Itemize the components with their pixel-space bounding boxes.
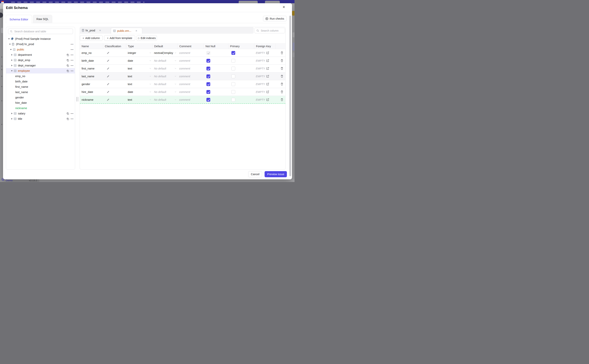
default-select[interactable]: nextval('employ: [152, 52, 177, 54]
editor-tab-public-employee[interactable]: public.em... ✕: [111, 28, 142, 34]
pencil-icon[interactable]: [107, 98, 109, 101]
more-actions-icon[interactable]: •••: [71, 70, 74, 72]
copy-icon[interactable]: [67, 54, 69, 56]
edit-foreign-key-icon[interactable]: [266, 83, 269, 85]
trash-icon[interactable]: [281, 75, 283, 78]
not-null-checkbox[interactable]: [207, 67, 210, 71]
editor-tab-hr-prod[interactable]: hr_prod ✕: [80, 27, 110, 34]
tree-item-department[interactable]: department•••: [6, 52, 75, 58]
pencil-icon[interactable]: [107, 91, 109, 93]
pencil-icon[interactable]: [107, 75, 109, 78]
chevron-down-icon[interactable]: [11, 71, 13, 72]
comment-input[interactable]: comment: [177, 75, 204, 78]
edit-foreign-key-icon[interactable]: [266, 75, 269, 78]
chevron-down-icon[interactable]: [10, 49, 12, 50]
tab-schema-editor[interactable]: Schema Editor: [6, 15, 32, 23]
edit-foreign-key-icon[interactable]: [266, 98, 269, 101]
type-select[interactable]: text: [126, 83, 152, 86]
column-name-cell[interactable]: birth_date: [80, 59, 103, 62]
tree-item-hire_date[interactable]: hire_date: [6, 100, 75, 105]
primary-checkbox[interactable]: [231, 59, 235, 63]
close-tab-icon[interactable]: ✕: [99, 29, 101, 32]
tree-item-nickname[interactable]: nickname: [6, 105, 75, 111]
comment-input[interactable]: comment: [177, 83, 204, 86]
column-name-cell[interactable]: hire_date: [80, 91, 103, 93]
default-select[interactable]: No default: [152, 98, 177, 101]
edit-foreign-key-icon[interactable]: [266, 52, 269, 54]
copy-icon[interactable]: [67, 118, 69, 120]
add-from-template-button[interactable]: + Add from template: [104, 35, 135, 41]
type-select[interactable]: text: [126, 67, 152, 70]
column-search[interactable]: [254, 28, 285, 33]
tree-item-salary[interactable]: salary•••: [6, 111, 75, 116]
close-icon[interactable]: ✕: [282, 5, 285, 9]
chevron-right-icon[interactable]: [11, 59, 13, 61]
edit-foreign-key-icon[interactable]: [266, 67, 269, 70]
tree-item-title[interactable]: title•••: [6, 116, 75, 122]
more-actions-icon[interactable]: •••: [71, 43, 74, 45]
edit-foreign-key-icon[interactable]: [266, 59, 269, 62]
add-column-button[interactable]: + Add column: [80, 35, 103, 41]
default-select[interactable]: No default: [152, 75, 177, 78]
more-actions-icon[interactable]: •••: [71, 112, 74, 115]
comment-input[interactable]: comment: [177, 52, 204, 54]
column-name-cell[interactable]: gender: [80, 83, 103, 86]
chevron-right-icon[interactable]: [11, 65, 13, 66]
type-select[interactable]: date: [126, 91, 152, 93]
trash-icon[interactable]: [281, 52, 283, 54]
tree-item-public[interactable]: public•••: [6, 47, 75, 52]
database-search[interactable]: [8, 29, 73, 34]
tab-raw-sql[interactable]: Raw SQL: [33, 15, 52, 23]
not-null-checkbox[interactable]: [207, 98, 210, 102]
pencil-icon[interactable]: [107, 52, 109, 54]
not-null-checkbox[interactable]: [207, 74, 210, 78]
run-checks-button[interactable]: Run checks: [263, 16, 287, 21]
pencil-icon[interactable]: [107, 59, 109, 62]
type-select[interactable]: integer: [126, 52, 152, 54]
chevron-down-icon[interactable]: [9, 44, 11, 45]
trash-icon[interactable]: [281, 59, 283, 62]
not-null-checkbox[interactable]: [207, 59, 210, 63]
trash-icon[interactable]: [281, 91, 283, 93]
default-select[interactable]: No default: [152, 91, 177, 93]
not-null-checkbox[interactable]: [207, 90, 210, 94]
more-actions-icon[interactable]: •••: [71, 65, 74, 67]
tree-item-(Prod) Prod Sample Instance[interactable]: (Prod) Prod Sample Instance: [6, 36, 75, 41]
edit-indexes-button[interactable]: ◇ Edit indexes: [137, 35, 157, 41]
comment-input[interactable]: comment: [177, 67, 204, 70]
modal-scrollbar-thumb[interactable]: [289, 16, 291, 176]
tree-item-dept_manager[interactable]: dept_manager•••: [6, 63, 75, 68]
type-select[interactable]: text: [126, 98, 152, 101]
copy-icon[interactable]: [67, 70, 69, 72]
copy-icon[interactable]: [67, 64, 69, 67]
trash-icon[interactable]: [281, 98, 283, 101]
tree-item-last_name[interactable]: last_name: [6, 90, 75, 95]
more-actions-icon[interactable]: •••: [71, 118, 74, 120]
comment-input[interactable]: comment: [177, 98, 204, 101]
edit-foreign-key-icon[interactable]: [266, 91, 269, 93]
column-name-cell[interactable]: last_name: [80, 75, 103, 78]
more-actions-icon[interactable]: •••: [71, 54, 74, 56]
type-select[interactable]: date: [126, 59, 152, 62]
primary-checkbox[interactable]: [231, 90, 235, 94]
comment-input[interactable]: comment: [177, 59, 204, 62]
primary-checkbox[interactable]: [231, 74, 235, 78]
column-name-cell[interactable]: emp_no: [80, 52, 103, 54]
chevron-right-icon[interactable]: [11, 54, 13, 56]
column-name-cell[interactable]: nickname: [80, 98, 103, 101]
primary-checkbox[interactable]: [231, 51, 235, 55]
chevron-right-icon[interactable]: [11, 113, 13, 114]
copy-icon[interactable]: [67, 112, 69, 115]
tree-item-gender[interactable]: gender: [6, 95, 75, 100]
default-select[interactable]: No default: [152, 59, 177, 62]
primary-checkbox[interactable]: [231, 98, 235, 102]
pencil-icon[interactable]: [107, 83, 109, 85]
tree-item-(Prod) hr_prod[interactable]: (Prod) hr_prod•••: [6, 41, 75, 47]
comment-input[interactable]: comment: [177, 91, 204, 93]
chevron-down-icon[interactable]: [8, 39, 10, 39]
default-select[interactable]: No default: [152, 67, 177, 70]
tree-item-first_name[interactable]: first_name: [6, 84, 75, 90]
column-search-input[interactable]: [260, 29, 283, 32]
tree-item-dept_emp[interactable]: dept_emp•••: [6, 58, 75, 63]
cancel-button[interactable]: Cancel: [248, 171, 262, 177]
